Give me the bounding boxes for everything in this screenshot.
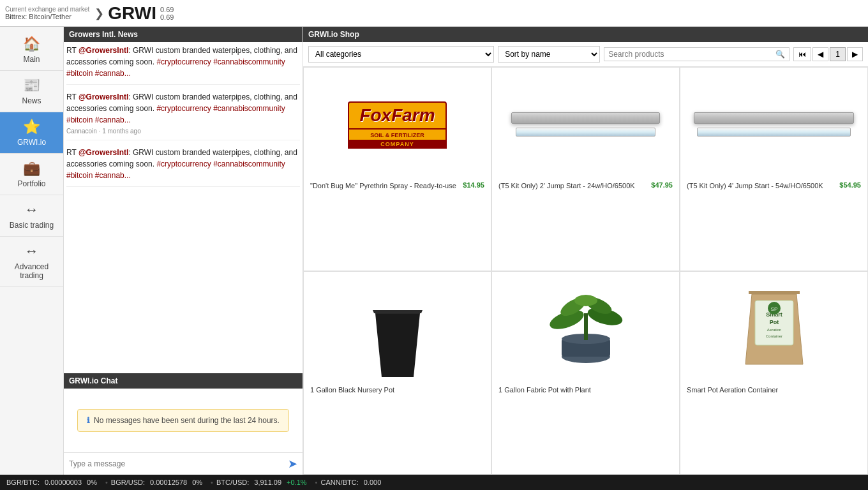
product-image: Smart Pot Aeration Container SP — [687, 278, 861, 380]
shop-grid: FoxFarm SOIL & FERTILIZER COMPANY "Don't… — [303, 67, 868, 475]
advanced-trading-icon: ↔ — [25, 243, 39, 260]
sidebar-item-grwlio[interactable]: ⭐ GRWI.io — [0, 112, 63, 154]
search-input[interactable] — [608, 50, 775, 59]
shop-item[interactable]: (T5 Kit Only) 2' Jump Start - 24w/HO/650… — [491, 67, 680, 271]
sidebar-item-basic-trading[interactable]: ↔ Basic trading — [0, 195, 63, 237]
ticker-dot-1: • — [105, 479, 108, 486]
price-high: 0.69 — [160, 6, 174, 13]
product-footer: 1 Gallon Fabric Pot with Plant — [498, 385, 673, 395]
shop-toolbar: All categories Sort by name 🔍 ⏮ ◀ 1 ▶ — [303, 42, 868, 67]
chat-notice: ℹ No messages have been sent during the … — [77, 409, 289, 432]
product-image — [310, 278, 484, 380]
exchange-label: Current exchange and market — [5, 6, 89, 13]
sidebar-item-news[interactable]: 📰 News — [0, 71, 63, 112]
news-panel-title: Growers Intl. News — [64, 27, 303, 42]
news-item: RT @GrowersIntl: GRWI custom branded wat… — [66, 147, 300, 187]
ticker-bgr-usd-change: 0% — [192, 479, 202, 486]
star-icon: ⭐ — [23, 119, 40, 135]
shop-item[interactable]: 1 Gallon Fabric Pot with Plant — [491, 271, 680, 475]
sidebar-label-portfolio: Portfolio — [17, 179, 45, 188]
news-text: RT @GrowersIntl: GRWI custom branded wat… — [66, 91, 300, 126]
product-image — [687, 74, 861, 176]
plant-pot-svg — [548, 281, 624, 377]
svg-text:SP: SP — [770, 306, 777, 312]
news-item: RT @GrowersIntl: GRWI custom branded wat… — [66, 91, 300, 140]
page-prev-button[interactable]: ◀ — [812, 47, 828, 61]
header-arrow-icon: ❯ — [94, 6, 104, 20]
product-footer: "Don't Bug Me" Pyrethrin Spray - Ready-t… — [310, 181, 484, 191]
light-bar — [511, 112, 659, 124]
product-price: $47.95 — [651, 181, 673, 191]
ticker-cann-btc-value: 0.000 — [364, 479, 382, 486]
center-panel: Growers Intl. News RT @GrowersIntl: GRWI… — [64, 27, 303, 475]
svg-rect-3 — [584, 313, 588, 340]
svg-text:Aeration: Aeration — [767, 328, 781, 332]
light-tube — [516, 128, 655, 137]
page-number: 1 — [830, 47, 846, 61]
chat-panel-title: GRWI.io Chat — [64, 373, 303, 389]
price-low: 0.69 — [160, 13, 174, 21]
black-pot-svg — [369, 310, 426, 380]
shop-item[interactable]: Smart Pot Aeration Container SP Smart Po… — [680, 271, 868, 475]
ticker-bgr-btc-label: BGR/BTC: — [6, 479, 40, 486]
sort-select[interactable]: Sort by name — [498, 46, 600, 63]
sidebar: 🏠 Main 📰 News ⭐ GRWI.io 💼 Portfolio ↔ Ba… — [0, 27, 64, 475]
news-list[interactable]: RT @GrowersIntl: GRWI custom branded wat… — [64, 42, 303, 373]
sidebar-item-advanced-trading[interactable]: ↔ Advanced trading — [0, 237, 63, 287]
basic-trading-icon: ↔ — [25, 202, 39, 218]
product-image: FoxFarm SOIL & FERTILIZER COMPANY — [310, 74, 484, 176]
product-name: "Don't Bug Me" Pyrethrin Spray - Ready-t… — [310, 181, 459, 191]
product-price: $14.95 — [463, 181, 484, 191]
page-first-button[interactable]: ⏮ — [793, 47, 811, 61]
ticker-dot-3: • — [315, 479, 318, 486]
page-next-button[interactable]: ▶ — [847, 47, 863, 61]
news-text: RT @GrowersIntl: GRWI custom branded wat… — [66, 147, 300, 181]
ticker-bgr-usd-label: BGR/USD: — [111, 479, 145, 486]
send-icon[interactable]: ➤ — [288, 457, 297, 471]
shop-item[interactable]: FoxFarm SOIL & FERTILIZER COMPANY "Don't… — [303, 67, 491, 271]
ticker-btc-usd-change: +0.1% — [287, 479, 307, 486]
chat-input-row: ➤ — [64, 452, 303, 475]
ticker-bgr-usd-value: 0.00012578 — [150, 479, 187, 486]
product-price: $54.95 — [839, 181, 861, 191]
news-meta: Cannacoin · 1 months ago — [66, 128, 300, 135]
shop-item[interactable]: (T5 Kit Only) 4' Jump Start - 54w/HO/650… — [680, 67, 868, 271]
ticker-bgr-btc-value: 0.00000003 — [45, 479, 82, 486]
sidebar-item-portfolio[interactable]: 💼 Portfolio — [0, 154, 63, 195]
ticker-btc-usd-value: 3,911.09 — [254, 479, 281, 486]
main-layout: 🏠 Main 📰 News ⭐ GRWI.io 💼 Portfolio ↔ Ba… — [0, 27, 868, 475]
svg-text:Pot: Pot — [769, 319, 779, 325]
product-name: (T5 Kit Only) 4' Jump Start - 54w/HO/650… — [687, 181, 835, 191]
pagination: ⏮ ◀ 1 ▶ — [793, 47, 863, 61]
product-footer: (T5 Kit Only) 4' Jump Start - 54w/HO/650… — [687, 181, 861, 191]
news-text: RT @GrowersIntl: GRWI custom branded wat… — [66, 45, 300, 79]
search-icon[interactable]: 🔍 — [775, 50, 785, 59]
chat-input[interactable] — [69, 459, 288, 468]
sidebar-label-grwlio: GRWI.io — [17, 138, 46, 147]
chat-notice-text: No messages have been sent during the la… — [94, 416, 280, 425]
sidebar-item-main[interactable]: 🏠 Main — [0, 29, 63, 71]
svg-point-8 — [574, 295, 597, 306]
product-name: (T5 Kit Only) 2' Jump Start - 24w/HO/650… — [498, 181, 647, 191]
search-box: 🔍 — [604, 47, 789, 61]
exchange-name[interactable]: Bittrex: Bitcoin/Tether — [5, 13, 89, 20]
light-tube — [697, 128, 850, 137]
info-icon: ℹ — [87, 416, 90, 425]
ticker-bar: BGR/BTC: 0.00000003 0% • BGR/USD: 0.0001… — [0, 475, 868, 490]
portfolio-icon: 💼 — [23, 160, 40, 177]
product-image — [498, 74, 673, 176]
header: Current exchange and market Bittrex: Bit… — [0, 0, 868, 27]
sidebar-label-basic-trading: Basic trading — [10, 221, 54, 230]
product-footer: 1 Gallon Black Nursery Pot — [310, 385, 484, 395]
sidebar-label-main: Main — [23, 55, 40, 64]
shop-item[interactable]: 1 Gallon Black Nursery Pot — [303, 271, 491, 475]
product-footer: Smart Pot Aeration Container — [687, 385, 861, 395]
product-name: 1 Gallon Black Nursery Pot — [310, 385, 481, 395]
ticker-dot-2: • — [211, 479, 213, 486]
news-item: RT @GrowersIntl: GRWI custom branded wat… — [66, 45, 300, 85]
ticker-btc-usd-label: BTC/USD: — [216, 479, 249, 486]
sidebar-label-advanced-trading: Advanced trading — [3, 262, 61, 280]
product-name: 1 Gallon Fabric Pot with Plant — [498, 385, 669, 395]
product-image — [498, 278, 673, 380]
category-select[interactable]: All categories — [308, 46, 494, 63]
